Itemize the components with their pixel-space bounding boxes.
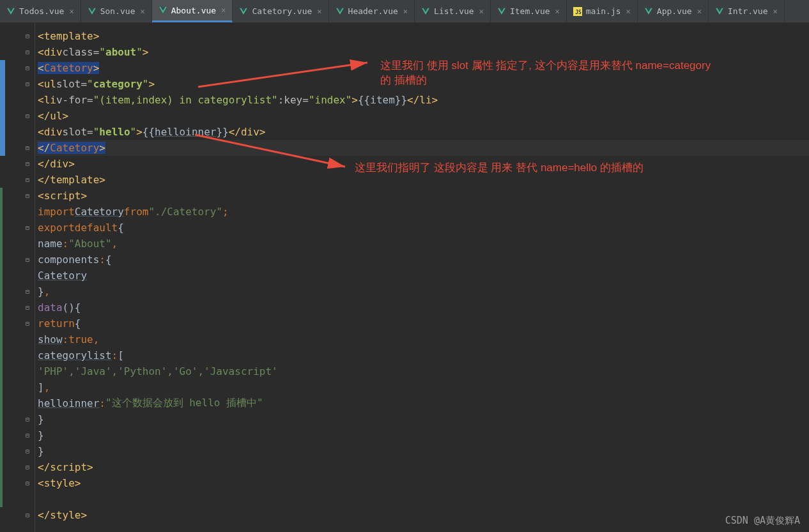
code-content[interactable]: <template> <div class="about"> <Catetory… bbox=[35, 23, 809, 532]
annotation-text: 这里我们指明了 这段内容是 用来 替代 name=hello 的插槽的 bbox=[355, 160, 751, 175]
arrow-icon bbox=[195, 132, 355, 176]
code-line: } bbox=[35, 427, 809, 443]
vue-icon bbox=[6, 7, 15, 16]
code-line: import Catetory from "./Catetory"; bbox=[35, 204, 809, 220]
close-icon[interactable]: × bbox=[317, 7, 321, 16]
fold-icon[interactable]: ⊟ bbox=[26, 512, 29, 519]
fold-icon[interactable]: ⊟ bbox=[26, 288, 29, 295]
tab-app[interactable]: App.vue× bbox=[638, 0, 709, 22]
fold-icon[interactable]: ⊟ bbox=[26, 192, 29, 199]
fold-icon[interactable]: ⊟ bbox=[26, 256, 29, 263]
arrow-icon bbox=[198, 55, 377, 93]
change-marker bbox=[0, 60, 5, 156]
fold-icon[interactable]: ⊟ bbox=[26, 49, 29, 56]
vue-icon bbox=[644, 7, 653, 16]
close-icon[interactable]: × bbox=[221, 6, 226, 15]
code-line: data(){ bbox=[35, 300, 809, 315]
gutter: ⊟ ⊟ ⊟ ⊟ ⊟ ⊟ ⊟ ⊟ ⊟ ⊟ ⊟ ⊟ ⊟ ⊟ ⊟ ⊟ ⊟ ⊟ ⊟ ⊟ bbox=[0, 23, 35, 532]
fold-icon[interactable]: ⊟ bbox=[26, 160, 29, 167]
code-line bbox=[35, 491, 809, 507]
fold-icon[interactable]: ⊟ bbox=[26, 224, 29, 231]
code-line: <template> bbox=[35, 28, 809, 44]
code-line: name:"About", bbox=[35, 236, 809, 252]
close-icon[interactable]: × bbox=[140, 7, 144, 16]
fold-icon[interactable]: ⊟ bbox=[26, 144, 29, 151]
code-line: categorylist:[ bbox=[35, 347, 809, 363]
tab-catetory[interactable]: Catetory.vue× bbox=[233, 0, 328, 22]
vcs-marker bbox=[0, 188, 3, 507]
vue-icon bbox=[421, 7, 430, 16]
fold-icon[interactable]: ⊟ bbox=[26, 176, 29, 183]
fold-icon[interactable]: ⊟ bbox=[26, 33, 29, 40]
code-line: show:true, bbox=[35, 331, 809, 347]
tab-todos[interactable]: Todos.vue× bbox=[0, 0, 81, 22]
fold-icon[interactable]: ⊟ bbox=[26, 65, 29, 72]
code-line: <li v-for="(item,index) in categorylist"… bbox=[35, 92, 809, 108]
tab-item[interactable]: Item.vue× bbox=[491, 0, 567, 22]
tab-about[interactable]: About.vue× bbox=[152, 0, 233, 22]
fold-icon[interactable]: ⊟ bbox=[26, 480, 29, 487]
code-line: }, bbox=[35, 284, 809, 300]
code-line: } bbox=[35, 411, 809, 427]
tab-label: Todos.vue bbox=[19, 6, 64, 16]
code-line: <style> bbox=[35, 475, 809, 491]
tab-label: Catetory.vue bbox=[252, 6, 312, 16]
vue-icon bbox=[497, 7, 506, 16]
close-icon[interactable]: × bbox=[555, 7, 560, 16]
fold-icon[interactable]: ⊟ bbox=[26, 112, 29, 119]
vue-icon bbox=[715, 7, 724, 16]
fold-icon[interactable]: ⊟ bbox=[26, 448, 29, 455]
code-line: return { bbox=[35, 315, 809, 331]
fold-icon[interactable]: ⊟ bbox=[26, 416, 29, 423]
editor-area: ⊟ ⊟ ⊟ ⊟ ⊟ ⊟ ⊟ ⊟ ⊟ ⊟ ⊟ ⊟ ⊟ ⊟ ⊟ ⊟ ⊟ ⊟ ⊟ ⊟ … bbox=[0, 23, 809, 532]
code-line: </ul> bbox=[35, 108, 809, 124]
vue-icon bbox=[239, 7, 248, 16]
fold-icon[interactable]: ⊟ bbox=[26, 304, 29, 311]
code-line: } bbox=[35, 443, 809, 459]
vue-icon bbox=[335, 7, 344, 16]
vue-icon bbox=[158, 6, 167, 15]
fold-icon[interactable]: ⊟ bbox=[26, 320, 29, 327]
tab-mainjs[interactable]: JSmain.js× bbox=[567, 0, 638, 22]
code-line: 'PHP','Java','Python','Go','Javascript' bbox=[35, 363, 809, 379]
code-line: </style> bbox=[35, 507, 809, 523]
fold-icon[interactable]: ⊟ bbox=[26, 432, 29, 439]
close-icon[interactable]: × bbox=[479, 7, 484, 16]
js-icon: JS bbox=[573, 7, 582, 16]
code-line: export default{ bbox=[35, 220, 809, 236]
editor-tabs: Todos.vue× Son.vue× About.vue× Catetory.… bbox=[0, 0, 809, 23]
annotation-text: 这里我们 使用 slot 属性 指定了, 这个内容是用来替代 name=cate… bbox=[380, 58, 719, 87]
close-icon[interactable]: × bbox=[403, 7, 408, 16]
code-line: </script> bbox=[35, 459, 809, 475]
close-icon[interactable]: × bbox=[697, 7, 702, 16]
code-line: components:{ bbox=[35, 252, 809, 268]
vue-icon bbox=[88, 7, 96, 16]
tab-label: main.js bbox=[586, 6, 621, 16]
tab-son[interactable]: Son.vue× bbox=[81, 0, 152, 22]
close-icon[interactable]: × bbox=[626, 7, 631, 16]
tab-label: Item.vue bbox=[510, 6, 550, 16]
tab-label: List.vue bbox=[434, 6, 474, 16]
code-line: Catetory bbox=[35, 268, 809, 284]
tab-header[interactable]: Header.vue× bbox=[329, 0, 415, 22]
tab-list[interactable]: List.vue× bbox=[415, 0, 491, 22]
close-icon[interactable]: × bbox=[69, 7, 73, 16]
fold-icon[interactable]: ⊟ bbox=[26, 80, 29, 87]
code-line: ], bbox=[35, 379, 809, 395]
tab-label: Header.vue bbox=[348, 6, 398, 16]
tab-label: Intr.vue bbox=[728, 6, 768, 16]
close-icon[interactable]: × bbox=[773, 7, 777, 16]
watermark: CSDN @A黄俊辉A bbox=[725, 515, 800, 527]
tab-intr[interactable]: Intr.vue× bbox=[709, 0, 785, 22]
svg-line-1 bbox=[195, 135, 345, 167]
code-line: <script> bbox=[35, 188, 809, 204]
fold-icon[interactable]: ⊟ bbox=[26, 464, 29, 471]
code-line: helloinner:"这个数据会放到 hello 插槽中" bbox=[35, 395, 809, 411]
tab-label: App.vue bbox=[657, 6, 692, 16]
tab-label: About.vue bbox=[171, 6, 216, 15]
tab-label: Son.vue bbox=[100, 6, 135, 16]
code-line: <div slot="hello">{{helloinner}}</div> bbox=[35, 124, 809, 140]
svg-line-0 bbox=[198, 63, 367, 87]
